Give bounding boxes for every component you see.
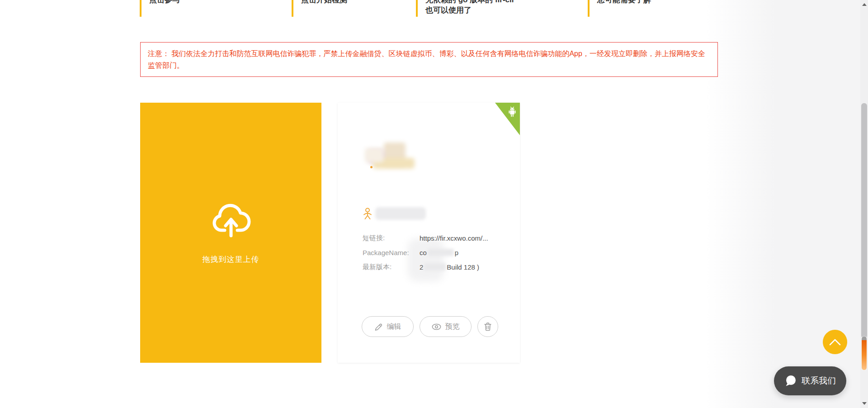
cloud-upload-icon [209,200,253,238]
field-latest-version: 最新版本: 2Build 128 ) [363,262,507,272]
scrollbar[interactable] [860,0,868,408]
edit-button-label: 编辑 [387,322,401,332]
card-actions: 编辑 预览 [362,316,498,337]
edit-button[interactable]: 编辑 [362,316,414,337]
redaction-blob [408,238,444,281]
field-short-link-label: 短链接: [363,234,420,242]
pencil-icon [374,323,383,331]
chevron-up-icon [828,338,842,346]
app-name-redacted [375,207,426,220]
top-column-3: 无依赖的 go 版本的 fir-cli 也可以使用了 [416,0,556,17]
version-redacted [424,263,446,270]
top-column-2: 点击开始检测 [292,0,414,17]
preview-button[interactable]: 预览 [420,316,472,337]
upload-drop-label: 拖拽到这里上传 [140,254,321,265]
chat-bubble-icon [784,375,797,387]
top-column-4: 您可能需要了解 [588,0,705,17]
app-icon-redacted [365,142,421,171]
scrollbar-down-arrow[interactable] [860,400,868,407]
scrollbar-thumb[interactable] [861,103,867,338]
top-column-3-subtitle: 也可以使用了 [425,5,556,15]
top-column-2-title: 点击开始检测 [301,0,414,5]
page: 点击参与 点击开始检测 无依赖的 go 版本的 fir-cli 也可以使用了 您… [0,0,868,408]
fraud-warning-text: 注意： 我们依法全力打击和防范互联网电信诈骗犯罪，严禁上传金融借贷、区块链虚拟币… [148,50,705,69]
top-column-3-title: 无依赖的 go 版本的 fir-cli [425,0,556,5]
upload-dropzone[interactable]: 拖拽到这里上传 [140,103,321,363]
top-column-1: 点击参与 [140,0,289,17]
top-column-4-title: 您可能需要了解 [597,0,705,5]
back-to-top-button[interactable] [823,330,847,354]
fraud-warning-notice: 注意： 我们依法全力打击和防范互联网电信诈骗犯罪，严禁上传金融借贷、区块链虚拟币… [140,42,718,77]
package-name-redacted [428,249,454,256]
delete-button[interactable] [477,316,498,337]
field-package-name-value: cop [420,249,458,256]
app-owner-row [363,207,426,220]
preview-button-label: 预览 [445,322,460,332]
scrollbar-up-arrow[interactable] [860,1,868,8]
scroll-position-marker [862,337,867,370]
eye-icon [432,323,441,330]
contact-us-button[interactable]: 联系我们 [774,366,846,395]
person-icon [363,208,373,220]
contact-us-label: 联系我们 [802,375,836,387]
app-card: 短链接: https://fir.xcxwo.com/... PackageNa… [338,103,520,363]
field-package-name: PackageName: cop [363,247,507,257]
trash-icon [484,322,492,331]
field-short-link-value[interactable]: https://fir.xcxwo.com/... [420,234,488,242]
field-package-name-label: PackageName: [363,249,420,256]
top-column-1-title: 点击参与 [149,0,289,5]
field-short-link: 短链接: https://fir.xcxwo.com/... [363,233,507,243]
field-latest-version-label: 最新版本: [363,263,420,271]
field-latest-version-value: 2Build 128 ) [420,263,479,271]
android-icon [507,106,517,118]
